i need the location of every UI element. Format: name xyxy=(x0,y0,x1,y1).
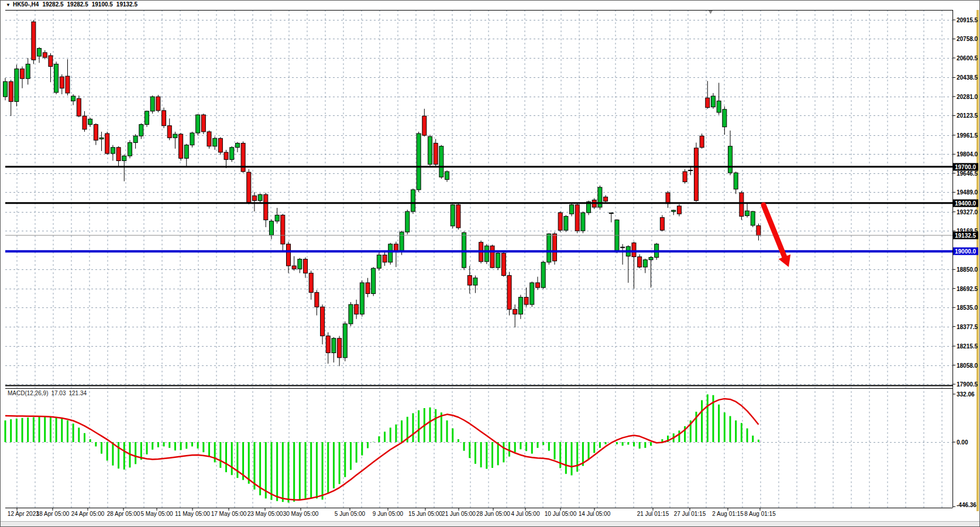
candle-bear xyxy=(456,205,460,228)
candle-bear xyxy=(501,253,506,275)
candle-bear xyxy=(326,336,330,353)
price-axis-label: 20281.0 xyxy=(957,93,978,100)
price-level-badge-target: 19000.0 xyxy=(953,248,978,255)
price-axis-label: 19961.5 xyxy=(957,132,978,138)
price-axis-label: 19327.0 xyxy=(957,208,978,215)
candle-bull xyxy=(88,119,92,124)
candle-bull xyxy=(400,232,404,252)
candle-bull xyxy=(213,138,217,146)
candle-bull xyxy=(269,221,273,235)
candle-bull xyxy=(37,49,42,56)
candle-bull xyxy=(581,213,585,231)
candle-bull xyxy=(150,97,154,111)
trend-arrow[interactable] xyxy=(764,205,785,257)
candle-bull xyxy=(190,133,194,145)
time-axis-label: 21 Jul 01:15 xyxy=(637,511,669,517)
price-axis-label: 18850.0 xyxy=(957,266,978,273)
macd-indicator-label: MACD(12,26,9)17.03121.34 xyxy=(8,390,90,396)
candle-bear xyxy=(632,243,636,257)
candle-bear xyxy=(621,247,625,248)
candle-bear xyxy=(264,194,268,220)
status-strip xyxy=(1,521,980,527)
chart-title: ▼HK50-,H419282.519282.519100.519132.5 xyxy=(6,1,141,8)
candle-bear xyxy=(167,126,171,138)
candle-bull xyxy=(235,143,239,148)
price-axis-label: 20600.5 xyxy=(957,54,978,61)
quote-open: 19282.5 xyxy=(42,1,63,8)
candle-bull xyxy=(518,297,522,314)
candle-bear xyxy=(604,197,608,201)
time-axis-label: 11 May 05:00 xyxy=(175,511,210,517)
candle-bear xyxy=(224,152,228,159)
time-axis-label: 28 Jun 05:00 xyxy=(476,511,510,517)
time-axis-label: 5 Jun 05:00 xyxy=(335,511,365,517)
time-axis-label: 27 Jul 01:15 xyxy=(674,511,706,517)
price-axis-label: 18058.0 xyxy=(957,362,978,368)
candle-bull xyxy=(99,138,104,139)
time-axis-label: 2 Aug 01:15 xyxy=(712,511,743,517)
candle-bull xyxy=(745,211,749,215)
candle-bear xyxy=(700,136,704,148)
candle-bear xyxy=(247,172,251,203)
candle-bull xyxy=(15,69,19,102)
candle-bull xyxy=(388,244,393,262)
candle-bear xyxy=(535,283,539,288)
quote-low: 19100.5 xyxy=(92,1,113,8)
time-axis-label: 15 Jun 05:00 xyxy=(408,511,442,517)
candle-bull xyxy=(643,260,647,267)
candle-bull xyxy=(184,145,188,159)
candle-bear xyxy=(706,98,710,108)
price-axis-label: 18535.0 xyxy=(957,304,978,311)
candle-bear xyxy=(315,292,319,307)
candle-bear xyxy=(43,53,47,57)
candle-bear xyxy=(60,77,64,88)
candle-bear xyxy=(287,244,291,266)
price-level-badge-support: 19400.0 xyxy=(953,199,978,207)
macd-axis-max: 332.06 xyxy=(957,391,975,398)
candle-bull xyxy=(672,210,676,211)
candle-bear xyxy=(207,132,211,146)
time-axis-label: 9 Jun 05:00 xyxy=(373,511,403,517)
candle-bear xyxy=(309,273,313,292)
candle-bull xyxy=(173,134,177,138)
chart-expand-icon[interactable]: ▼ xyxy=(6,2,11,8)
candle-bull xyxy=(139,125,143,136)
time-axis-label: 8 Aug 01:15 xyxy=(744,511,775,517)
candle-bear xyxy=(366,283,370,294)
candle-bear xyxy=(162,111,166,126)
candle-bear xyxy=(524,297,528,304)
candle-bear xyxy=(32,22,36,60)
macd-axis-min: -446.36 xyxy=(957,502,976,508)
price-level-badge-current: 19132.5 xyxy=(953,231,978,239)
candle-bear xyxy=(77,98,81,116)
chart-plot[interactable] xyxy=(1,1,980,527)
candle-bear xyxy=(740,193,744,216)
time-axis-label: 28 Apr 05:00 xyxy=(107,511,140,517)
candle-bull xyxy=(332,338,336,353)
candle-bear xyxy=(694,148,698,201)
candle-bear xyxy=(552,234,556,261)
candle-bull xyxy=(128,143,132,156)
window-edge-strip xyxy=(976,10,979,511)
candle-bull xyxy=(275,215,279,221)
candle-bull xyxy=(564,216,568,230)
candle-bear xyxy=(116,148,121,161)
chart-shift-marker-icon[interactable] xyxy=(709,11,713,14)
candle-bull xyxy=(298,259,302,269)
candle-bull xyxy=(717,101,721,112)
candle-bull xyxy=(439,146,443,177)
candle-bull xyxy=(54,64,59,92)
candle-bear xyxy=(20,69,25,79)
time-axis-label: 24 Apr 05:00 xyxy=(71,511,105,517)
candle-bull xyxy=(484,246,489,262)
candle-bear xyxy=(292,266,296,269)
candle-bull xyxy=(349,304,353,324)
candle-bull xyxy=(473,278,477,285)
candle-bull xyxy=(372,268,376,293)
time-axis-label: 18 Apr 05:00 xyxy=(36,511,70,517)
candle-bull xyxy=(71,96,75,101)
price-axis-label: 20438.5 xyxy=(957,74,978,81)
candle-bear xyxy=(156,97,160,111)
candle-bear xyxy=(355,304,359,314)
candle-bull xyxy=(649,258,653,260)
